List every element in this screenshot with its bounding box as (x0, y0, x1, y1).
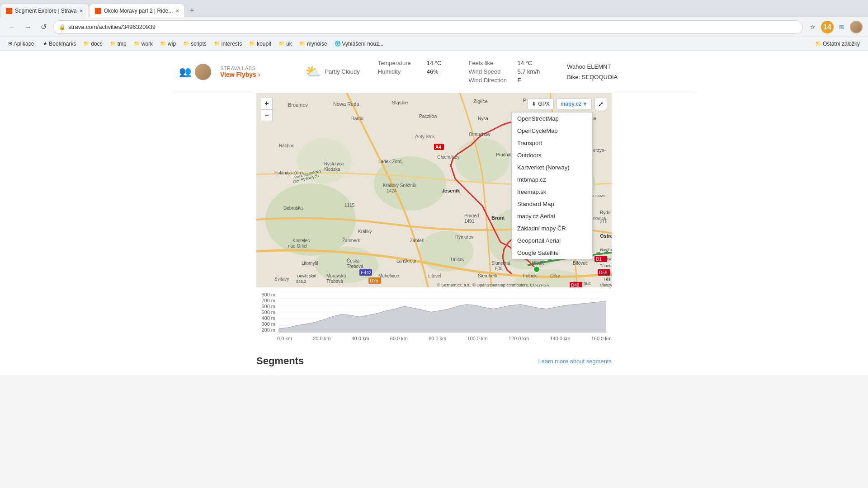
svg-text:315: 315 (600, 219, 608, 224)
bookmark-koupit[interactable]: 📁 koupit (246, 40, 274, 48)
x-label-160: 160.0 km (591, 336, 612, 341)
folder-ostatni-icon: 📁 (815, 41, 821, 47)
humidity-row: Humidity 46% (378, 68, 442, 75)
svg-text:Nysa: Nysa (478, 116, 488, 121)
svg-text:Rýmařov: Rýmařov (455, 235, 473, 239)
svg-text:Litomyšl: Litomyšl (302, 261, 318, 266)
nav-bar: ← → ↺ 🔒 strava.com/activities/3496320939… (0, 17, 868, 37)
tab-close-1[interactable]: × (80, 7, 83, 14)
map-option-standard[interactable]: Standard Map (512, 198, 592, 210)
map-option-openstreetmap[interactable]: OpenStreetMap (512, 113, 592, 125)
temperature-value: 14 °C (427, 60, 442, 66)
svg-text:1491: 1491 (464, 219, 475, 224)
svg-text:E442: E442 (361, 270, 372, 275)
nav-icons: ☆ 14 ✉ (807, 21, 863, 33)
map-option-mtbmap[interactable]: mtbmap.cz (512, 174, 592, 186)
bookmark-uk[interactable]: 📁 uk (276, 40, 295, 48)
map-option-freemap[interactable]: freemap.sk (512, 186, 592, 198)
zoom-out-button[interactable]: − (261, 109, 273, 121)
info-bar: 👥 STRAVA LABS View Flybys › ⛅ Partly Clo… (172, 51, 696, 93)
bookmark-label-koupit: koupit (257, 41, 271, 47)
bookmark-aplikace[interactable]: ⊞ Aplikace (5, 40, 37, 48)
svg-text:D48: D48 (571, 283, 580, 287)
svg-text:Lanškroun: Lanškroun (396, 258, 418, 263)
map-option-outdoors[interactable]: Outdoors (512, 149, 592, 161)
bookmark-scripts[interactable]: 📁 scripts (180, 40, 209, 48)
map-wrapper[interactable]: Broumov Nowa Ruda Sląskie Żigłice Prószk… (256, 93, 612, 287)
reload-button[interactable]: ↺ (38, 21, 49, 33)
svg-text:1115: 1115 (344, 203, 355, 208)
dropdown-arrow-icon: ▼ (582, 101, 588, 107)
svg-text:Česká: Česká (347, 258, 360, 263)
map-option-geoportail[interactable]: Geoportail Aerial (512, 235, 592, 247)
svg-text:Praděd: Praděd (464, 213, 479, 218)
forward-button[interactable]: → (22, 21, 34, 33)
gmail-icon[interactable]: ✉ (835, 21, 848, 33)
bookmark-label-ostatni: Ostatní záložky (823, 41, 860, 47)
map-option-kartverket[interactable]: Kartverket (Norway) (512, 161, 592, 174)
x-label-0: 0.0 km (277, 336, 292, 341)
wind-dir-row: Wind Direction E (468, 77, 540, 84)
svg-text:Třebová: Třebová (347, 264, 363, 269)
svg-text:Moravská: Moravská (326, 273, 346, 278)
new-tab-button[interactable]: + (185, 4, 198, 17)
fullscreen-button[interactable]: ⤢ (594, 98, 607, 110)
learn-more-segments-link[interactable]: Learn more about segments (538, 358, 612, 365)
svg-text:Żigłice: Żigłice (473, 99, 488, 104)
x-label-60: 60.0 km (390, 336, 408, 341)
bookmark-tmp[interactable]: 📁 tmp (107, 40, 129, 48)
bookmark-wip[interactable]: 📁 wip (157, 40, 179, 48)
address-bar[interactable]: 🔒 strava.com/activities/3496320939 (53, 20, 803, 34)
device-section: Wahoo ELEMNT Bike: SEQOQUOIA (567, 63, 618, 80)
star-button[interactable]: ☆ (807, 21, 819, 33)
bookmark-interests[interactable]: 📁 interests (211, 40, 245, 48)
tab-favicon-2 (95, 8, 101, 14)
view-flybys-link[interactable]: View Flybys › (220, 71, 260, 78)
svg-text:nad Orlicí: nad Orlicí (288, 244, 307, 249)
map-option-mapycz-aerial[interactable]: mapy.cz Aerial (512, 210, 592, 222)
svg-text:Jeseník: Jeseník (442, 188, 460, 193)
bookmark-label-docs: docs (91, 41, 102, 47)
bookmark-docs[interactable]: 📁 docs (80, 40, 105, 48)
map-option-google-satellite[interactable]: Google Satellite (512, 247, 592, 259)
map-outer-container: Broumov Nowa Ruda Sląskie Żigłice Prószk… (256, 93, 612, 375)
star-bookmark-icon: ★ (43, 41, 47, 47)
bookmark-bookmarks[interactable]: ★ Bookmarks (40, 40, 79, 48)
svg-text:A4: A4 (435, 145, 441, 150)
zoom-in-button[interactable]: + (261, 98, 273, 109)
svg-text:Fulnek: Fulnek (523, 273, 537, 278)
tab-strava-explore[interactable]: Segment Explore | Strava × (0, 4, 89, 17)
segments-section: Segments Learn more about segments (256, 351, 612, 375)
bookmark-vyhlaseni[interactable]: 🌐 Vyhlášení nouz... (332, 40, 387, 48)
weather-col-right: Feels like 14 °C Wind Speed 5.7 km/h Win… (468, 60, 540, 84)
bookmark-work[interactable]: 📁 work (131, 40, 156, 48)
x-label-80: 80.0 km (429, 336, 446, 341)
map-option-opencyclemap[interactable]: OpenCycleMap (512, 125, 592, 137)
tab-okolo-moravy[interactable]: Okolo Moravy part 2 | Ride... × (89, 4, 185, 17)
svg-text:Šternberk: Šternberk (478, 273, 498, 278)
map-option-zakladni[interactable]: Základní mapy ČR (512, 222, 592, 235)
map-layer-dropdown[interactable]: mapy.cz ▼ (557, 99, 592, 109)
svg-text:D35: D35 (370, 278, 378, 283)
fullscreen-icon: ⤢ (598, 100, 604, 108)
profile-avatar[interactable] (850, 21, 863, 33)
tab-close-2[interactable]: × (175, 7, 179, 14)
svg-text:D1: D1 (596, 257, 602, 262)
segments-title: Segments (256, 355, 304, 367)
svg-text:Głuchołazy: Głuchołazy (437, 155, 459, 160)
weather-icon-area: ⛅ Partly Cloudy (305, 60, 359, 84)
svg-text:Zábřeh: Zábřeh (410, 238, 425, 243)
x-label-120: 120.0 km (509, 336, 529, 341)
bookmark-label-bookmarks: Bookmarks (49, 41, 76, 47)
svg-text:Rydult: Rydult (600, 210, 612, 215)
gpx-download-button[interactable]: ⬇ GPX (528, 99, 553, 109)
layer-label: mapy.cz (561, 101, 581, 107)
back-button[interactable]: ← (5, 21, 18, 33)
bookmark-ostatni[interactable]: 📁 Ostatní záložky (812, 40, 863, 48)
svg-text:1424: 1424 (387, 188, 397, 193)
map-option-transport[interactable]: Transport (512, 137, 592, 149)
svg-text:Prudnik: Prudnik (496, 152, 512, 157)
elevation-svg (277, 292, 607, 333)
bookmark-mynoise[interactable]: 📁 mynoise (297, 40, 330, 48)
account-icon-1[interactable]: 14 (821, 21, 834, 33)
